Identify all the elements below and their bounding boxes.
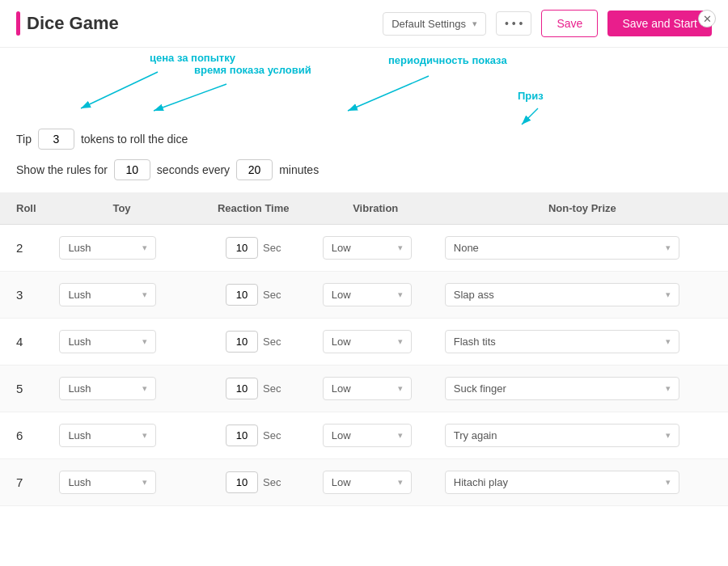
prize-dropdown[interactable]: Hitachi play ▾ [445, 471, 679, 494]
annotations-svg [0, 48, 728, 129]
vibration-dropdown[interactable]: Low ▾ [323, 236, 412, 260]
app-title-group: Dice Game [16, 11, 119, 36]
prize-dropdown[interactable]: Try again ▾ [445, 424, 679, 447]
annotation-frequency: периодичность показа [388, 54, 507, 66]
col-header-toy: Toy [51, 192, 192, 225]
close-button[interactable]: ✕ [698, 10, 716, 27]
reaction-time-input[interactable] [226, 284, 258, 306]
col-header-vibration: Vibration [315, 192, 437, 225]
vibration-chevron-icon: ▾ [398, 383, 403, 394]
toy-value: Lush [68, 242, 91, 254]
roll-number: 3 [0, 272, 51, 319]
settings-dropdown[interactable]: Default Settings ▾ [383, 12, 486, 36]
toy-dropdown[interactable]: Lush ▾ [59, 377, 156, 400]
vibration-cell: Low ▾ [315, 365, 437, 412]
tip-row: Tip 3 tokens to roll the dice [16, 129, 712, 150]
table-row: 4 Lush ▾ Sec Low ▾ Flash tits ▾ [0, 319, 728, 365]
vibration-chevron-icon: ▾ [398, 243, 403, 253]
rules-prefix-label: Show the rules for [16, 163, 108, 176]
sec-label: Sec [263, 336, 281, 348]
table-row: 5 Lush ▾ Sec Low ▾ Suck finger ▾ [0, 365, 728, 412]
toy-chevron-icon: ▾ [142, 477, 147, 488]
more-options-button[interactable]: • • • [496, 11, 531, 36]
toy-dropdown[interactable]: Lush ▾ [59, 330, 156, 353]
toy-chevron-icon: ▾ [142, 336, 147, 347]
reaction-time-input[interactable] [226, 378, 258, 399]
prize-chevron-icon: ▾ [666, 477, 671, 488]
vibration-chevron-icon: ▾ [398, 430, 403, 441]
vibration-cell: Low ▾ [315, 272, 437, 319]
sec-label: Sec [263, 476, 281, 488]
annotation-display-time: время показа условий [194, 64, 311, 76]
roll-number: 5 [0, 365, 51, 412]
vibration-value: Low [332, 242, 351, 254]
vibration-cell: Low ▾ [315, 225, 437, 272]
annotation-price: цена за попытку [150, 52, 235, 64]
svg-line-4 [522, 108, 538, 125]
rules-middle-label: seconds every [157, 163, 230, 176]
toy-dropdown[interactable]: Lush ▾ [59, 283, 156, 306]
vibration-chevron-icon: ▾ [398, 289, 403, 300]
toy-dropdown[interactable]: Lush ▾ [59, 236, 156, 260]
reaction-time-input[interactable] [226, 424, 258, 446]
prize-cell: Flash tits ▾ [437, 319, 728, 365]
tip-suffix-label: tokens to roll the dice [81, 133, 188, 146]
table-header-row: Roll Toy Reaction Time Vibration Non-toy… [0, 192, 728, 225]
vibration-cell: Low ▾ [315, 412, 437, 459]
dice-table: Roll Toy Reaction Time Vibration Non-toy… [0, 192, 728, 506]
vibration-chevron-icon: ▾ [398, 336, 403, 347]
prize-chevron-icon: ▾ [666, 243, 671, 253]
rules-suffix-label: minutes [279, 163, 319, 176]
prize-dropdown[interactable]: None ▾ [445, 236, 679, 260]
reaction-time-input[interactable] [226, 331, 258, 353]
reaction-time-input[interactable] [226, 471, 258, 493]
annotation-prize: Приз [518, 90, 544, 102]
prize-cell: Suck finger ▾ [437, 365, 728, 412]
toy-chevron-icon: ▾ [142, 243, 147, 253]
rules-seconds-input[interactable]: 10 [114, 159, 150, 180]
prize-chevron-icon: ▾ [666, 383, 671, 394]
save-and-start-button[interactable]: Save and Start [607, 11, 712, 36]
vibration-dropdown[interactable]: Low ▾ [323, 424, 412, 447]
toy-cell: Lush ▾ [51, 319, 192, 365]
rules-row: Show the rules for 10 seconds every 20 m… [16, 159, 712, 180]
rules-minutes-input[interactable]: 20 [236, 159, 273, 180]
prize-value: None [454, 242, 479, 254]
sec-label: Sec [263, 429, 281, 441]
prize-dropdown[interactable]: Slap ass ▾ [445, 283, 679, 306]
reaction-time-input[interactable] [226, 237, 258, 259]
vibration-value: Low [332, 382, 351, 395]
prize-cell: Slap ass ▾ [437, 272, 728, 319]
toy-cell: Lush ▾ [51, 459, 192, 506]
toy-dropdown[interactable]: Lush ▾ [59, 424, 156, 447]
prize-value: Hitachi play [454, 476, 508, 488]
save-button[interactable]: Save [541, 10, 598, 37]
prize-chevron-icon: ▾ [666, 336, 671, 347]
col-header-prize: Non-toy Prize [437, 192, 728, 225]
prize-dropdown[interactable]: Suck finger ▾ [445, 377, 679, 400]
vibration-cell: Low ▾ [315, 319, 437, 365]
reaction-group: Sec [201, 284, 307, 306]
tip-value-input[interactable]: 3 [38, 129, 74, 150]
vibration-cell: Low ▾ [315, 459, 437, 506]
col-header-roll: Roll [0, 192, 51, 225]
toy-dropdown[interactable]: Lush ▾ [59, 471, 156, 494]
table-row: 7 Lush ▾ Sec Low ▾ Hitachi play ▾ [0, 459, 728, 506]
roll-number: 2 [0, 225, 51, 272]
sec-label: Sec [263, 242, 281, 254]
table-row: 2 Lush ▾ Sec Low ▾ None ▾ [0, 225, 728, 272]
roll-number: 7 [0, 459, 51, 506]
vibration-dropdown[interactable]: Low ▾ [323, 283, 412, 306]
vibration-dropdown[interactable]: Low ▾ [323, 330, 412, 353]
vibration-dropdown[interactable]: Low ▾ [323, 471, 412, 494]
header: Dice Game Default Settings ▾ • • • Save … [0, 0, 728, 48]
reaction-cell: Sec [193, 225, 315, 272]
svg-line-1 [81, 72, 158, 108]
vibration-value: Low [332, 429, 351, 441]
vibration-dropdown[interactable]: Low ▾ [323, 377, 412, 400]
prize-dropdown[interactable]: Flash tits ▾ [445, 330, 679, 353]
reaction-group: Sec [201, 424, 307, 446]
toy-cell: Lush ▾ [51, 365, 192, 412]
toy-value: Lush [68, 476, 91, 488]
toy-cell: Lush ▾ [51, 225, 192, 272]
